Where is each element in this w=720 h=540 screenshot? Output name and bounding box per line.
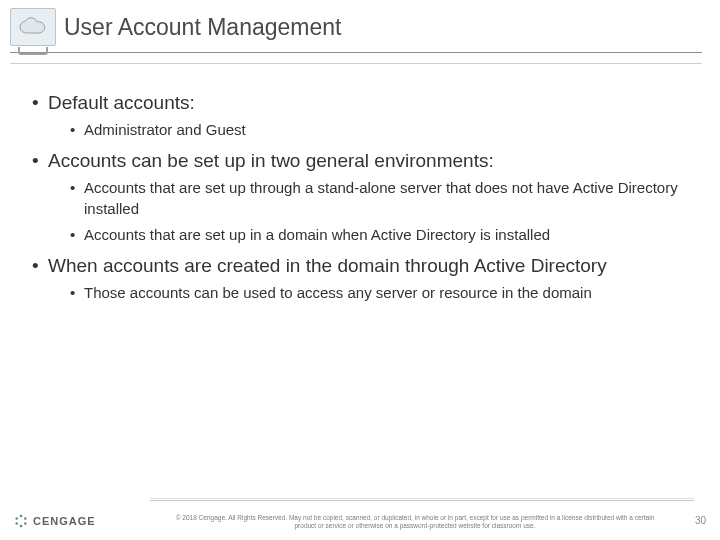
- bullet-text: When accounts are created in the domain …: [48, 255, 607, 276]
- list-item: Accounts that are set up in a domain whe…: [48, 225, 690, 245]
- cloud-icon: [10, 8, 56, 46]
- bullet-text: Default accounts:: [48, 92, 195, 113]
- svg-point-3: [20, 525, 23, 528]
- bullet-text: Those accounts can be used to access any…: [84, 284, 592, 301]
- list-item: Accounts can be set up in two general en…: [30, 150, 690, 245]
- bullet-list: Default accounts: Administrator and Gues…: [30, 92, 690, 303]
- slide: User Account Management Default accounts…: [0, 0, 720, 540]
- footer-rule: [150, 498, 694, 499]
- svg-point-2: [24, 522, 27, 525]
- list-item: Those accounts can be used to access any…: [48, 283, 690, 303]
- list-item: Accounts that are set up through a stand…: [48, 178, 690, 219]
- brand-text: CENGAGE: [33, 515, 96, 527]
- asterisk-icon: [14, 514, 28, 528]
- copyright-text: © 2018 Cengage. All Rights Reserved. May…: [170, 514, 660, 530]
- bullet-text: Accounts that are set up through a stand…: [84, 179, 678, 216]
- slide-body: Default accounts: Administrator and Gues…: [0, 64, 720, 303]
- svg-point-4: [15, 522, 18, 525]
- brand-logo: CENGAGE: [14, 514, 96, 528]
- bullet-text: Accounts that are set up in a domain whe…: [84, 226, 550, 243]
- bullet-text: Accounts can be set up in two general en…: [48, 150, 494, 171]
- bullet-text: Administrator and Guest: [84, 121, 246, 138]
- slide-header: User Account Management: [0, 0, 720, 46]
- list-item: Default accounts: Administrator and Gues…: [30, 92, 690, 140]
- svg-point-5: [15, 517, 18, 520]
- svg-point-0: [20, 515, 23, 518]
- slide-footer: CENGAGE © 2018 Cengage. All Rights Reser…: [0, 492, 720, 540]
- list-item: When accounts are created in the domain …: [30, 255, 690, 303]
- title-underline: [10, 52, 702, 53]
- svg-point-1: [24, 517, 27, 520]
- page-number: 30: [695, 515, 706, 526]
- footer-rule-dark: [150, 500, 694, 501]
- list-item: Administrator and Guest: [48, 120, 690, 140]
- slide-title: User Account Management: [64, 14, 341, 41]
